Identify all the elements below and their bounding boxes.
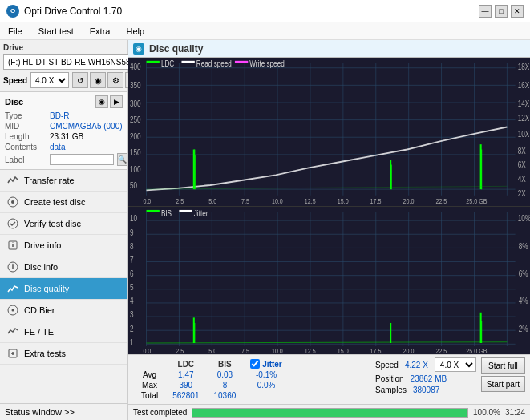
status-completed-text: Test completed <box>133 408 187 417</box>
svg-point-1 <box>11 200 14 204</box>
svg-rect-132 <box>179 209 192 212</box>
progress-bar <box>192 408 468 418</box>
charts-area: 400 350 300 250 200 150 100 50 18X 16X 1… <box>128 58 530 354</box>
title-controls: — □ ✕ <box>479 5 524 18</box>
disc-length-label: Length <box>5 132 47 141</box>
svg-text:20.0: 20.0 <box>403 347 415 354</box>
ldc-chart: 400 350 300 250 200 150 100 50 18X 16X 1… <box>128 58 530 207</box>
svg-text:2: 2 <box>130 323 134 333</box>
status-window-button[interactable]: Status window >> <box>0 403 127 420</box>
start-full-button[interactable]: Start full <box>481 357 525 374</box>
svg-point-8 <box>12 264 13 265</box>
svg-text:12.5: 12.5 <box>305 197 316 205</box>
svg-text:25.0 GB: 25.0 GB <box>466 347 488 354</box>
sidebar-item-cd-bier-label: CD Bier <box>24 305 55 315</box>
stats-row-label-header <box>135 359 164 369</box>
sidebar-item-transfer-rate[interactable]: Transfer rate <box>0 170 127 192</box>
svg-text:250: 250 <box>130 116 141 125</box>
svg-text:Write speed: Write speed <box>249 60 284 69</box>
menu-start-test[interactable]: Start test <box>34 25 79 38</box>
disc-panel: Disc ◉ ▶ Type BD-R MID CMCMAGBA5 (000) L… <box>0 92 127 170</box>
drive-info-icon <box>6 239 19 252</box>
disc-length-value: 23.31 GB <box>50 132 83 141</box>
svg-rect-70 <box>146 61 159 63</box>
jitter-checkbox[interactable] <box>250 359 260 369</box>
speed-row: Speed 4.0 X ↺ ◉ ⚙ 💾 <box>3 72 124 88</box>
sidebar-item-verify-test-disc[interactable]: Verify test disc <box>0 213 127 235</box>
position-value: 23862 MB <box>411 374 447 383</box>
speed-select-bottom[interactable]: 4.0 X <box>435 357 476 372</box>
sidebar-item-fe-te[interactable]: FE / TE <box>0 321 127 343</box>
stats-jitter-col: Jitter <box>244 359 288 369</box>
sidebar-item-extra-tests-label: Extra tests <box>24 349 66 358</box>
menu-file[interactable]: File <box>3 25 27 38</box>
max-jitter: 0.0% <box>244 381 288 390</box>
bis-chart-svg: 10 9 8 7 6 5 4 3 2 1 10% 8% 6% 4% 2% <box>128 207 530 355</box>
total-bis: 10360 <box>208 391 243 400</box>
disc-label-row: Label 🔍 <box>5 153 123 166</box>
disc-label-button[interactable]: 🔍 <box>117 153 127 166</box>
progress-section: Test completed 100.0% 31:24 <box>128 404 530 420</box>
speed-stat-value: 4.22 X <box>405 361 428 370</box>
svg-text:150: 150 <box>130 148 141 157</box>
disc-icon-2[interactable]: ▶ <box>110 95 123 108</box>
create-test-disc-icon <box>6 196 19 208</box>
svg-text:6: 6 <box>130 268 134 277</box>
svg-text:Jitter: Jitter <box>194 208 208 217</box>
main-area: Drive (F:) HL-DT-ST BD-RE WH16NS58 TST4 … <box>0 40 530 420</box>
svg-text:12X: 12X <box>518 114 530 123</box>
disc-icon-1[interactable]: ◉ <box>95 95 108 108</box>
menu-extra[interactable]: Extra <box>85 25 115 38</box>
svg-text:10.0: 10.0 <box>272 197 283 205</box>
disc-title: Disc <box>5 97 23 107</box>
sidebar-item-create-test-disc[interactable]: Create test disc <box>0 192 127 213</box>
svg-text:22.5: 22.5 <box>435 197 447 205</box>
svg-text:2.5: 2.5 <box>176 197 184 205</box>
disc-quality-title: Disc quality <box>149 43 203 55</box>
samples-value: 380087 <box>413 386 439 394</box>
sidebar-item-verify-test-disc-label: Verify test disc <box>24 219 81 228</box>
avg-jitter: -0.1% <box>244 370 288 379</box>
progress-time: 31:24 <box>505 408 525 417</box>
sidebar-item-extra-tests[interactable]: Extra tests <box>0 343 127 365</box>
sidebar-item-transfer-rate-label: Transfer rate <box>24 176 75 185</box>
disc-length-row: Length 23.31 GB <box>5 132 123 141</box>
sidebar-item-drive-info[interactable]: Drive info <box>0 235 127 256</box>
sidebar-item-disc-quality[interactable]: Disc quality <box>0 278 127 300</box>
sidebar-item-fe-te-label: FE / TE <box>24 327 54 337</box>
maximize-button[interactable]: □ <box>495 5 508 18</box>
svg-text:15.0: 15.0 <box>338 197 349 205</box>
extra-tests-icon <box>6 347 19 360</box>
minimize-button[interactable]: — <box>479 5 492 18</box>
svg-rect-130 <box>146 209 159 212</box>
svg-text:8X: 8X <box>518 147 526 155</box>
drive-section: Drive (F:) HL-DT-ST BD-RE WH16NS58 TST4 … <box>0 40 127 92</box>
svg-text:16X: 16X <box>518 81 530 90</box>
disc-contents-label: Contents <box>5 143 47 151</box>
total-ldc: 562801 <box>166 391 205 400</box>
jitter-label: Jitter <box>262 360 281 369</box>
start-part-button[interactable]: Start part <box>481 376 525 392</box>
app-title: Opti Drive Control 1.70 <box>24 6 122 17</box>
position-label: Position <box>375 374 404 383</box>
bottom-controls: LDC BIS Jitter <box>133 357 525 402</box>
disc-type-value: BD-R <box>50 111 69 120</box>
disc-icon-button[interactable]: ◉ <box>90 72 106 88</box>
settings-button[interactable]: ⚙ <box>107 72 123 88</box>
sidebar-item-disc-info[interactable]: Disc info <box>0 256 127 278</box>
svg-text:7.5: 7.5 <box>241 347 249 354</box>
disc-label-input[interactable] <box>50 154 114 165</box>
refresh-button[interactable]: ↺ <box>72 72 88 88</box>
speed-select[interactable]: 4.0 X <box>30 72 69 88</box>
max-bis: 8 <box>208 381 243 390</box>
drive-select-row: (F:) HL-DT-ST BD-RE WH16NS58 TST4 ⏏ <box>3 54 124 70</box>
close-button[interactable]: ✕ <box>511 5 524 18</box>
menu-help[interactable]: Help <box>121 25 149 38</box>
svg-text:10: 10 <box>130 213 137 223</box>
progress-bar-fill <box>192 409 467 417</box>
sidebar-item-cd-bier[interactable]: CD Bier <box>0 300 127 321</box>
svg-text:350: 350 <box>130 81 141 90</box>
disc-mid-label: MID <box>5 122 47 131</box>
max-label: Max <box>135 381 164 390</box>
avg-ldc: 1.47 <box>166 370 205 379</box>
